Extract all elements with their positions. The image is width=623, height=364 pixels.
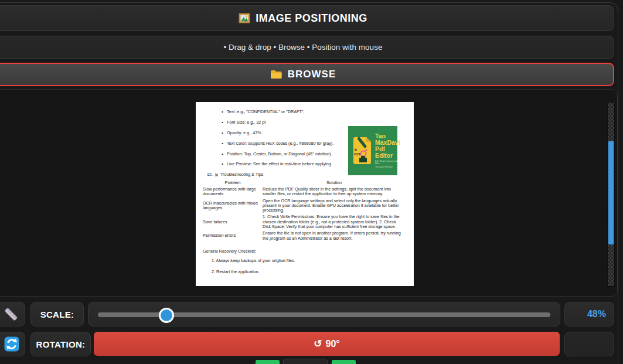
scale-label: SCALE: <box>30 302 84 326</box>
list-item: 1. Always keep backups of your original … <box>212 258 414 263</box>
rotation-label: ROTATION: <box>30 332 91 356</box>
bottom-action-button-right[interactable] <box>332 360 356 364</box>
scale-value-text: 48% <box>587 309 606 319</box>
rotate-tool-button[interactable] <box>0 332 25 356</box>
folder-icon <box>270 70 282 79</box>
section-title: Troubleshooting & Tips <box>220 172 263 177</box>
cell-solution: Reduce the PDF Quality slider in the set… <box>263 186 406 198</box>
scale-slider-thumb[interactable] <box>159 308 174 323</box>
svg-text:±: ± <box>355 147 357 151</box>
image-positioning-canvas[interactable]: Text: e.g., "CONFIDENTIAL" or "DRAFT". F… <box>0 89 618 297</box>
bottom-action-button-left[interactable] <box>256 360 280 364</box>
page-title: IMAGE POSITIONING <box>256 12 367 25</box>
table-row: Slow performance with large documents Re… <box>203 186 406 198</box>
svg-text:OCR: OCR <box>354 152 361 156</box>
cell-problem: Permission errors <box>203 230 263 242</box>
table-row: OCR inaccuracies with mixed languages Op… <box>203 198 406 215</box>
document-preview-page: Text: e.g., "CONFIDENTIAL" or "DRAFT". F… <box>196 102 414 286</box>
ruler-tool-button[interactable] <box>0 302 25 326</box>
preview-scrollbar-track[interactable] <box>607 102 615 287</box>
logo-tagline: Edit, Merge, Convert and More <box>375 160 400 165</box>
scale-slider-panel <box>88 302 560 326</box>
rotation-value-display <box>564 332 614 356</box>
tools-icon <box>215 173 219 177</box>
cell-solution: 1. Check Write Permissions: Ensure you h… <box>263 214 406 230</box>
cell-solution: Open the OCR language settings and selec… <box>263 198 406 215</box>
instructions-bar: • Drag & drop • Browse • Position with m… <box>0 36 614 59</box>
framed-picture-icon <box>239 12 250 24</box>
rotation-label-text: ROTATION: <box>36 339 86 349</box>
rotate-ccw-icon: ↺ <box>314 338 322 350</box>
cell-problem: Save failures <box>203 214 263 230</box>
scale-label-text: SCALE: <box>40 309 74 319</box>
browse-button[interactable]: BROWSE <box>0 63 614 86</box>
rotate-button-label: 90° <box>326 339 340 349</box>
rotate-arrows-icon <box>4 336 19 352</box>
table-header-solution: Solution <box>263 180 406 186</box>
logo-brand-line: Pdf Editor <box>375 146 400 159</box>
table-header-problem: Problem <box>203 180 263 186</box>
checklist-title: General Recovery Checklist: <box>203 249 414 254</box>
pdf-editor-logo-icon: ± OCR <box>352 135 372 166</box>
table-row: Save failures 1. Check Write Permissions… <box>203 214 406 230</box>
recovery-checklist: 1. Always keep backups of your original … <box>196 258 414 274</box>
list-item: Text: e.g., "CONFIDENTIAL" or "DRAFT". <box>222 110 414 114</box>
bottom-center-panel <box>283 359 328 364</box>
scale-value-display: 48% <box>564 302 614 326</box>
rotate-90-button[interactable]: ↺ 90° <box>94 332 560 356</box>
browse-button-label: BROWSE <box>288 69 336 80</box>
instructions-text: • Drag & drop • Browse • Position with m… <box>224 43 383 52</box>
pdf-editor-logo: ± OCR Tao MaxDavi Pdf Editor Edit, Merge… <box>348 126 397 175</box>
cell-solution: Ensure the file is not open in another p… <box>263 230 406 242</box>
table-row: Permission errors Ensure the file is not… <box>203 230 406 242</box>
list-item: Font Size: e.g., 32 pt <box>222 120 414 125</box>
list-item: 2. Restart the application. <box>212 270 414 274</box>
troubleshooting-table: Problem Solution Slow performance with l… <box>203 180 406 242</box>
logo-tagline: The smart PDF tool <box>375 166 400 168</box>
header-bar: IMAGE POSITIONING <box>0 5 614 31</box>
cell-problem: OCR inaccuracies with mixed languages <box>203 198 263 215</box>
preview-scrollbar-thumb[interactable] <box>608 141 614 244</box>
ruler-icon <box>3 306 19 322</box>
section-number: 12. <box>207 172 213 177</box>
cell-problem: Slow performance with large documents <box>203 186 263 198</box>
scale-slider[interactable] <box>98 312 550 317</box>
